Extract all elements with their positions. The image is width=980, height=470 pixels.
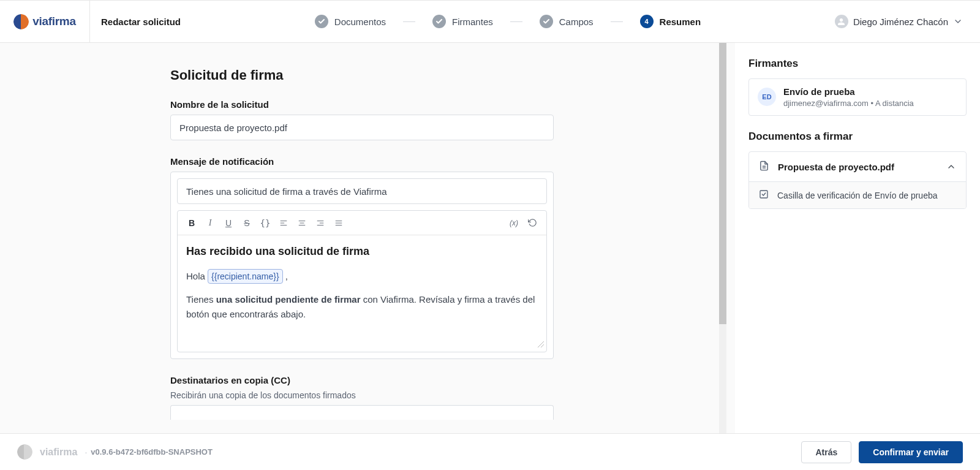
bold-button[interactable]: B [183,214,201,232]
field-label: Casilla de verificación de Envío de prue… [777,191,938,200]
editor-toolbar: B I U S {} [178,211,546,235]
brand-name: viafirma [32,15,75,28]
check-icon [315,15,328,28]
step-number-badge: 4 [640,15,654,28]
signer-meta: djimenez@viafirma.com • A distancia [783,99,957,108]
align-center-button[interactable] [293,214,311,232]
signers-title: Firmantes [748,58,967,70]
main-scroll[interactable]: Solicitud de firma Nombre de la solicitu… [0,43,735,433]
underline-button[interactable]: U [219,214,238,232]
cc-label: Destinatarios en copia (CC) [170,375,554,385]
logo-icon [17,444,32,460]
logo-zone[interactable]: viafirma [0,1,90,42]
align-left-button[interactable] [274,214,293,232]
form-title: Solicitud de firma [170,67,554,83]
user-name: Diego Jiménez Chacón [853,17,948,27]
email-heading: Has recibido una solicitud de firma [186,245,538,258]
app-footer: viafirma · v0.9.6-b472-bf6dfbb-SNAPSHOT … [0,433,980,470]
request-name-input[interactable] [170,115,554,140]
app-header: viafirma Redactar solicitud Documentos F… [0,0,980,43]
step-separator [403,21,415,22]
step-separator [510,21,522,22]
sidebar: Firmantes ED Envío de prueba djimenez@vi… [735,43,980,433]
avatar-icon [835,15,848,28]
name-label: Nombre de la solicitud [170,99,554,110]
chevron-down-icon [953,17,963,26]
cc-sublabel: Recibirán una copia de los documentos fi… [170,390,554,400]
align-justify-button[interactable] [330,214,348,232]
step-documentos[interactable]: Documentos [315,15,386,28]
svg-line-12 [538,341,544,347]
svg-rect-16 [760,191,767,198]
step-separator [611,21,623,22]
chevron-up-icon [946,162,956,172]
editor-body[interactable]: Has recibido una solicitud de firma Hola… [178,235,546,352]
align-right-button[interactable] [311,214,330,232]
signer-initials-badge: ED [758,88,776,106]
footer-logo: viafirma [17,444,77,460]
user-menu[interactable]: Diego Jiménez Chacón [835,15,980,28]
code-button[interactable]: {} [256,214,274,232]
subject-input[interactable] [177,178,547,204]
version-label: v0.9.6-b472-bf6dfbb-SNAPSHOT [91,447,213,457]
svg-line-13 [541,344,544,347]
document-field-row[interactable]: Casilla de verificación de Envío de prue… [749,181,966,208]
checkbox-field-icon [759,189,769,201]
email-greeting: Hola {{recipient.name}} , [186,269,538,284]
document-header[interactable]: Propuesta de proyecto.pdf [749,152,966,181]
back-button[interactable]: Atrás [801,441,851,463]
signer-card[interactable]: ED Envío de prueba djimenez@viafirma.com… [748,78,967,116]
message-label: Mensaje de notificación [170,156,554,167]
document-card: Propuesta de proyecto.pdf Casilla de ver… [748,151,967,209]
cc-input[interactable] [170,405,554,420]
step-resumen[interactable]: 4 Resumen [640,15,701,28]
step-campos[interactable]: Campos [540,15,594,28]
email-paragraph: Tienes una solicitud pendiente de firmar… [186,292,538,322]
italic-button[interactable]: I [201,214,219,232]
stepper: Documentos Firmantes Campos 4 Resumen [181,15,835,28]
rich-text-editor: B I U S {} [177,210,547,352]
signer-name: Envío de prueba [783,86,957,97]
variable-chip[interactable]: {{recipient.name}} [208,269,283,284]
documents-title: Documentos a firmar [748,131,967,143]
insert-variable-button[interactable]: (x) [505,214,523,232]
step-firmantes[interactable]: Firmantes [432,15,493,28]
logo-icon [13,14,29,29]
scrollbar[interactable] [719,43,726,433]
strikethrough-button[interactable]: S [238,214,256,232]
confirm-button[interactable]: Confirmar y enviar [859,441,963,463]
page-title: Redactar solicitud [90,17,181,27]
undo-button[interactable] [523,214,541,232]
document-icon [759,161,769,173]
check-icon [540,15,553,28]
resize-handle-icon [537,339,544,349]
document-name: Propuesta de proyecto.pdf [778,162,938,172]
check-icon [432,15,446,28]
